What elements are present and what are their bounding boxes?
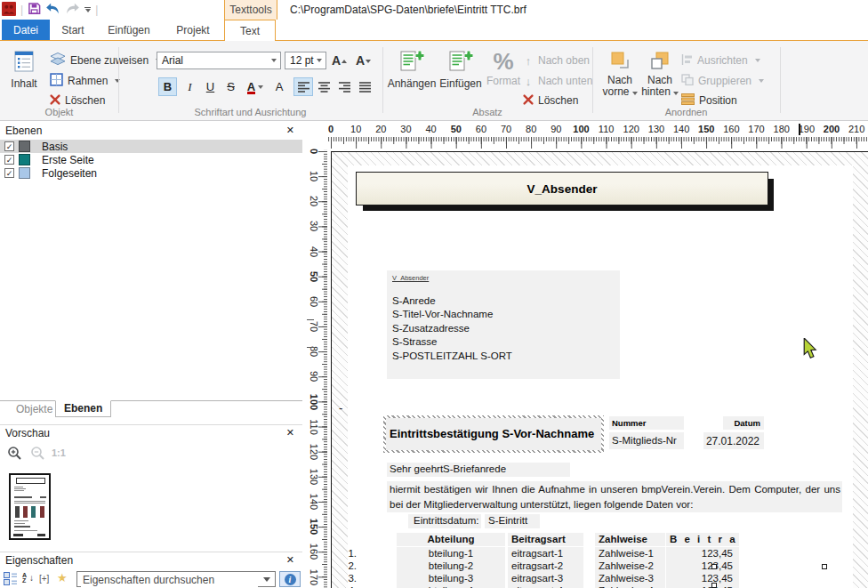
absatz-einfuegen-button[interactable]: Einfügen [438,45,484,109]
expand-all-icon[interactable]: [+] [39,574,49,584]
bold-button[interactable]: B [158,77,177,96]
arrow-up-icon: ↑ [523,54,534,68]
layer-row[interactable]: ✓Erste Seite [0,153,302,166]
address-line: S-Titel-Vor-Nachname [392,308,512,321]
content-list-icon [12,50,36,76]
inhalt-button[interactable]: Inhalt [4,45,44,109]
align-right-button[interactable] [334,77,354,96]
font-color-a: A [247,80,255,93]
layers-icon [50,52,66,68]
eintrittsdatum-value[interactable]: S-Eintritt [485,514,540,528]
address-lines: S-AnredeS-Titel-Vor-NachnameS-Zusatzadre… [392,294,512,363]
tab-label: Projekt [176,24,209,36]
layer-name: Folgeseiten [42,167,97,180]
sort-arrow-icon: ↓ [29,573,34,583]
sort-alphabetical-icon[interactable]: AZ [22,573,27,584]
info-button[interactable]: i [279,571,301,587]
table-cell: 123,45 [666,572,739,585]
ruler-label: 20 [375,124,386,134]
rahmen-button[interactable]: Rahmen [50,72,120,90]
application-window: | | Texttools C:\ProgramData\SPG-Daten\b… [0,0,868,588]
layer-row[interactable]: ✓Basis [0,140,302,153]
underline-button[interactable]: U [201,77,220,96]
anhaengen-button[interactable]: Anhängen [386,45,438,109]
ebene-zuweisen-button[interactable]: Ebene zuweisen [50,52,161,69]
body-paragraph[interactable]: hiermit bestätigen wir Ihnen die Aufnahm… [387,481,842,512]
undo-icon[interactable] [45,3,60,18]
italic-button[interactable]: I [181,77,199,96]
zoom-one-to-one-label: 1:1 [52,447,66,458]
nach-hinten-button[interactable]: Nach hinten [640,45,679,113]
font-color-button[interactable]: A [242,77,269,96]
nach-vorne-button[interactable]: Nach vorne [601,45,639,113]
clear-format-button[interactable]: A [271,77,287,96]
close-icon[interactable]: ✕ [286,554,294,566]
tab-start[interactable]: Start [53,20,92,40]
layer-checkbox[interactable]: ✓ [4,155,14,165]
strikethrough-button[interactable]: S [221,77,240,96]
font-size-value: 12 pt [290,54,314,67]
ruler-label: 110 [599,124,615,134]
separator: | [95,4,98,16]
favorites-star-icon[interactable]: ★ [57,571,68,584]
left-dock-panel: Ebenen ✕ ✓Basis✓Erste Seite✓Folgeseiten … [0,121,302,588]
vorschau-panel-header: Vorschau ✕ [0,424,302,443]
grow-font-button[interactable]: A [332,52,347,69]
save-icon[interactable] [28,2,41,18]
tab-projekt[interactable]: Projekt [165,20,221,40]
font-family-combobox[interactable]: Arial [157,52,281,69]
nach-oben-label: Nach oben [538,54,590,67]
address-line: S-POSTLEITZAHL S-ORT [392,350,512,363]
close-icon[interactable]: ✕ [286,427,294,439]
layer-checkbox[interactable]: ✓ [4,168,14,178]
search-input[interactable] [81,572,258,588]
table-header-cell: B e i t r a g [666,533,739,546]
layer-checkbox[interactable]: ✓ [4,141,14,151]
shrink-font-button[interactable]: A [356,52,371,69]
redo-icon[interactable] [65,3,80,18]
customize-toolbar-icon[interactable] [84,7,91,12]
nummer-value[interactable]: S-Mitglieds-Nr [609,432,684,449]
close-icon[interactable]: ✕ [286,125,294,136]
nummer-label[interactable]: Nummer [609,416,684,430]
tab-einfuegen[interactable]: Einfügen [96,20,162,40]
ribbon-tab-bar: Datei Start Einfügen Projekt Text [0,20,868,40]
datum-label[interactable]: Datum [723,416,764,430]
fold-mark: - [339,401,342,415]
datum-value[interactable]: 27.01.2022 [703,432,764,449]
tab-ebenen[interactable]: Ebenen [55,400,111,417]
font-size-combobox[interactable]: 12 pt [285,52,326,69]
nach-oben-button: ↑ Nach oben [523,52,590,69]
eintrittsdatum-label[interactable]: Eintrittsdatum: [408,514,481,528]
page-preview-thumbnail[interactable] [9,473,51,540]
ebenen-panel-title: Ebenen [5,125,42,137]
selection-handle[interactable] [711,583,717,588]
align-justify-button[interactable] [355,77,374,96]
eigenschaften-panel-title: Eigenschaften [5,554,73,567]
tab-objekte[interactable]: Objekte [16,403,52,415]
tab-text-active[interactable]: Text [224,20,276,41]
categorized-view-icon[interactable] [4,572,17,588]
address-block-object[interactable]: V_Absender S-AnredeS-Titel-Vor-NachnameS… [387,270,620,379]
table-cell: eitragsart-4 [508,584,583,588]
zoom-in-icon[interactable] [7,446,22,463]
ruler-label: 190 [799,124,815,134]
salutation-text[interactable]: Sehr geehrtS-Briefanrede [387,463,570,477]
position-icon [681,93,695,108]
selection-handle[interactable] [822,564,827,569]
layer-row[interactable]: ✓Folgeseiten [0,166,302,180]
ribbon: Inhalt Ebene zuweisen Rahmen Löschen Obj… [0,40,868,121]
address-line: S-Strasse [392,335,512,349]
nach-vorne-label-2: vorne [602,86,637,97]
layer-name: Basis [42,141,68,153]
subject-object-selected[interactable]: Eintrittsbestätigung S-Vor-Nachname [383,415,604,453]
chevron-down-icon[interactable] [263,577,270,582]
table-cell: Zahlweise-2 [595,560,665,573]
format-label: Format [486,76,520,86]
selection-handle[interactable] [711,564,717,569]
align-left-button[interactable] [293,77,313,96]
tab-datei[interactable]: Datei [2,20,50,40]
align-center-button[interactable] [314,77,334,96]
sender-header-object[interactable]: V_Absender [356,172,768,205]
group-label-absatz: Absatz [382,107,592,117]
